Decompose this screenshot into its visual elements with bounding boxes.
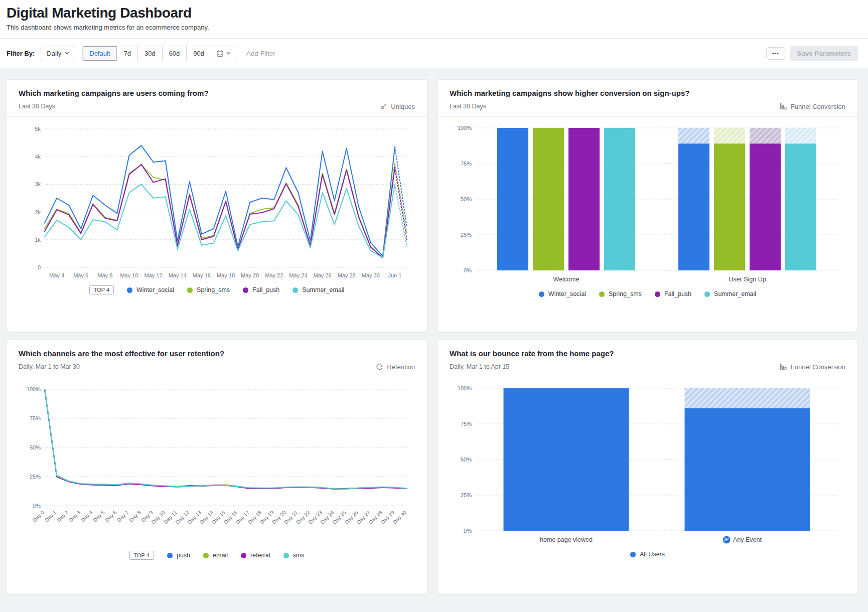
legend-dot: [293, 287, 298, 293]
svg-text:Day 5: Day 5: [92, 509, 106, 523]
filter-bar: Filter By: Daily Default7d30d60d90d Add: [0, 38, 868, 68]
svg-text:25%: 25%: [460, 492, 471, 498]
more-options-button[interactable]: •••: [766, 47, 785, 60]
panel-subtitle: Last 30 Days: [450, 103, 486, 110]
panel-subtitle: Daily, Mar 1 to Apr 15: [450, 363, 509, 370]
legend-item-fall_push[interactable]: Fall_push: [243, 286, 279, 293]
legend-item-all users[interactable]: All Users: [630, 551, 665, 558]
svg-text:Day 2: Day 2: [56, 509, 70, 523]
svg-text:0: 0: [38, 264, 41, 270]
svg-text:0%: 0%: [464, 267, 472, 273]
segment-default[interactable]: Default: [83, 46, 117, 61]
svg-text:5k: 5k: [35, 126, 41, 132]
segment-60d[interactable]: 60d: [163, 46, 187, 61]
legend-bounce-rate: All Users: [630, 551, 665, 558]
legend-campaign-uniques: TOP 4Winter_socialSpring_smsFall_pushSum…: [89, 285, 345, 294]
svg-text:May 6: May 6: [73, 272, 88, 278]
panel-campaign-uniques: Which marketing campaigns are users comi…: [6, 79, 427, 332]
funnel-chart-bounce-rate: 0%25%50%75%100%home page viewedAny Event: [450, 382, 846, 548]
panel-title[interactable]: Which marketing campaigns show higher co…: [450, 89, 845, 97]
legend-dot: [704, 291, 710, 297]
svg-text:4k: 4k: [35, 154, 41, 160]
legend-item-push[interactable]: push: [167, 552, 190, 559]
retention-icon: [375, 363, 383, 371]
legend-item-email[interactable]: email: [203, 552, 228, 559]
svg-text:100%: 100%: [457, 385, 471, 391]
svg-text:Any Event: Any Event: [733, 536, 762, 543]
funnel-conversion-icon: [779, 102, 787, 110]
svg-text:75%: 75%: [30, 415, 41, 421]
legend-top-badge: TOP 4: [129, 551, 154, 560]
svg-text:50%: 50%: [460, 456, 471, 463]
svg-text:May 12: May 12: [144, 272, 163, 278]
legend-item-winter_social[interactable]: Winter_social: [539, 290, 586, 297]
page-title: Digital Marketing Dashboard: [7, 5, 858, 21]
legend-dot: [127, 287, 132, 293]
legend-dot: [630, 552, 636, 557]
chart-mode-label: Funnel Conversion: [779, 363, 845, 371]
legend-item-fall_push[interactable]: Fall_push: [655, 290, 691, 297]
svg-text:Day 4: Day 4: [80, 509, 94, 523]
svg-text:User Sign Up: User Sign Up: [729, 276, 766, 283]
panel-title[interactable]: Which channels are the most effective fo…: [19, 349, 415, 358]
svg-text:May 8: May 8: [97, 272, 112, 278]
funnel-chart-signup-conversion: 0%25%50%75%100%WelcomeUser Sign Up: [450, 122, 846, 287]
panel-title[interactable]: What is our bounce rate from the home pa…: [450, 349, 845, 358]
panel-title[interactable]: Which marketing campaigns are users comi…: [19, 89, 415, 97]
svg-text:75%: 75%: [460, 161, 471, 167]
legend-item-summer_email[interactable]: Summer_email: [704, 290, 756, 297]
legend-item-referral[interactable]: referral: [241, 552, 270, 559]
svg-text:2k: 2k: [35, 209, 41, 215]
time-range-segmented-control: Default7d30d60d90d: [82, 46, 236, 61]
svg-text:25%: 25%: [30, 474, 41, 480]
add-filter-button[interactable]: Add Filter: [246, 50, 275, 57]
legend-dot: [655, 291, 660, 297]
svg-text:May 24: May 24: [289, 272, 307, 278]
svg-text:May 4: May 4: [49, 272, 64, 278]
legend-item-sms[interactable]: sms: [283, 552, 305, 559]
svg-text:home page viewed: home page viewed: [540, 536, 593, 543]
svg-text:May 20: May 20: [241, 272, 259, 278]
svg-text:100%: 100%: [457, 125, 471, 131]
chevron-down-icon: [65, 52, 69, 55]
legend-item-spring_sms[interactable]: Spring_sms: [187, 286, 230, 293]
date-range-picker-button[interactable]: [211, 46, 236, 61]
legend-item-summer_email[interactable]: Summer_email: [293, 286, 344, 293]
legend-retention: TOP 4pushemailreferralsms: [129, 551, 305, 560]
granularity-dropdown[interactable]: Daily: [41, 46, 75, 61]
svg-text:50%: 50%: [460, 196, 471, 202]
panel-signup-conversion: Which marketing campaigns show higher co…: [437, 79, 858, 332]
legend-dot: [243, 287, 248, 293]
segment-30d[interactable]: 30d: [138, 46, 163, 61]
svg-text:May 10: May 10: [120, 272, 138, 278]
filter-by-label: Filter By:: [7, 50, 35, 57]
svg-text:Day 3: Day 3: [68, 509, 82, 523]
granularity-value: Daily: [47, 50, 61, 57]
panel-retention: Which channels are the most effective fo…: [6, 340, 427, 594]
svg-text:May 22: May 22: [265, 272, 283, 278]
panel-subtitle: Last 30 Days: [19, 103, 55, 110]
svg-text:May 26: May 26: [313, 272, 331, 278]
legend-dot: [283, 553, 289, 558]
svg-text:100%: 100%: [27, 386, 41, 392]
svg-text:25%: 25%: [460, 232, 471, 238]
funnel-conversion-icon: [779, 363, 787, 371]
page-subtitle: This dashboard shows marketing metrics f…: [7, 24, 858, 31]
segment-7d[interactable]: 7d: [117, 46, 137, 61]
svg-text:Jun 1: Jun 1: [388, 272, 401, 278]
svg-text:May 14: May 14: [169, 272, 187, 278]
legend-dot: [241, 553, 246, 558]
legend-item-spring_sms[interactable]: Spring_sms: [599, 290, 642, 297]
line-chart-campaign-uniques: 01k2k3k4k5kMay 4May 6May 8May 10May 12Ma…: [19, 122, 415, 282]
legend-item-winter_social[interactable]: Winter_social: [127, 286, 174, 293]
chart-mode-label: Uniques: [379, 102, 415, 110]
segment-90d[interactable]: 90d: [187, 46, 211, 61]
panel-bounce-rate: What is our bounce rate from the home pa…: [437, 340, 858, 594]
chart-mode-label: Retention: [375, 363, 415, 371]
svg-text:Welcome: Welcome: [553, 276, 579, 283]
save-parameters-button[interactable]: Save Parameters: [790, 46, 858, 61]
svg-text:May 30: May 30: [362, 272, 380, 278]
svg-text:Day 1: Day 1: [44, 509, 58, 523]
chevron-down-icon: [226, 52, 231, 55]
page-header: Digital Marketing Dashboard This dashboa…: [0, 0, 868, 38]
